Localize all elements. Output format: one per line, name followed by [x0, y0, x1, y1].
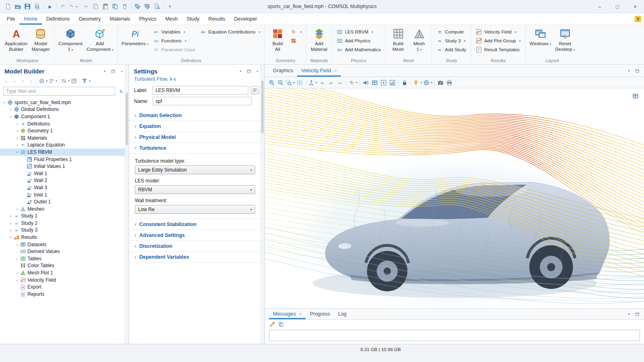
- panel-menu-button[interactable]: ▾: [101, 67, 108, 75]
- ribbon-equation-contributions-button[interactable]: ΔuEquation Contributions▾: [199, 28, 261, 36]
- menu-tab-mesh[interactable]: Mesh: [161, 13, 183, 25]
- close-tab-icon[interactable]: ×: [299, 312, 302, 316]
- ribbon-build-all-button[interactable]: Build All: [267, 26, 287, 53]
- les-model-select[interactable]: RBVM▾: [135, 185, 255, 194]
- panel-menu-button[interactable]: ▾: [625, 310, 632, 318]
- scrollbar[interactable]: [260, 65, 264, 344]
- expand-icon[interactable]: ›: [8, 228, 13, 232]
- tree-item-component-1[interactable]: ›Component 1: [0, 113, 128, 120]
- collapse-icon[interactable]: ›: [8, 114, 13, 119]
- tree-item-velocity-field[interactable]: ›Velocity Field: [0, 276, 128, 284]
- filter-button[interactable]: ▾: [81, 76, 91, 85]
- ribbon-build-mesh-button[interactable]: Build Mesh: [388, 26, 408, 53]
- tree-item-fluid-properties-1[interactable]: ›Fluid Properties 1: [0, 156, 128, 163]
- undo-button[interactable]: ↶: [58, 2, 67, 11]
- scrollbar-thumb[interactable]: [261, 81, 264, 133]
- float-button[interactable]: [245, 67, 252, 75]
- zoom-out-button[interactable]: [276, 78, 285, 87]
- tree-item-meshes[interactable]: ›Meshes: [0, 205, 128, 213]
- copy-blue-button[interactable]: [277, 320, 285, 329]
- tree-item-study-3[interactable]: ›∞Study 3: [0, 227, 128, 234]
- section-dependent-variables-header[interactable]: ›Dependent Variables: [129, 252, 264, 263]
- tree-item-results[interactable]: ›Results: [0, 234, 128, 241]
- tag-plus-button[interactable]: [143, 2, 152, 11]
- down-button[interactable]: ↓: [27, 76, 36, 85]
- preview-button[interactable]: [32, 2, 42, 11]
- tree-item-mesh-plot-1[interactable]: ›Mesh Plot 1: [0, 269, 128, 276]
- graphics-viewport[interactable]: [265, 88, 644, 308]
- expand-icon[interactable]: ›: [15, 128, 20, 133]
- node-text-button[interactable]: ▾: [48, 76, 58, 85]
- collapse-icon[interactable]: ›: [8, 235, 13, 240]
- ribbon-model-manager-button[interactable]: Model Manager: [30, 26, 51, 53]
- menu-tab-home[interactable]: Home: [19, 13, 42, 25]
- zoom-extents-button[interactable]: ▾: [285, 78, 295, 87]
- menu-tab-geometry[interactable]: Geometry: [74, 13, 105, 25]
- physics-interface-link[interactable]: Turbulent Flow, k-ε: [129, 76, 264, 82]
- view-xy-button[interactable]: xy: [318, 78, 327, 87]
- tree-item-datasets[interactable]: ›Datasets: [0, 241, 128, 248]
- tag-button[interactable]: [133, 2, 143, 11]
- tree-item-reports[interactable]: ›Reports: [0, 291, 128, 298]
- ribbon-reset-desktop-button[interactable]: ↻Reset Desktop▾: [554, 26, 577, 53]
- expand-icon[interactable]: ›: [8, 213, 13, 218]
- sound-button[interactable]: [361, 78, 370, 87]
- sort-button[interactable]: ▾: [61, 76, 70, 85]
- tree-item-wall-1[interactable]: ›Wall 1: [0, 170, 128, 177]
- ribbon-velocity-field-button[interactable]: Velocity Field▾: [474, 28, 522, 36]
- paste-button[interactable]: [101, 2, 110, 11]
- clear-pen-button[interactable]: [268, 320, 276, 329]
- ribbon-windows-button[interactable]: Windows▾: [528, 26, 553, 47]
- expand-icon[interactable]: ›: [15, 136, 20, 140]
- tree-item-laplace-equation[interactable]: ›∇²Laplace Equation: [0, 142, 128, 149]
- ribbon-result-templates-button[interactable]: Result Templates: [474, 46, 522, 53]
- ribbon-add-material-button[interactable]: Add Material: [309, 26, 329, 53]
- ribbon-add-component-button[interactable]: Add Component▾: [85, 26, 115, 53]
- ribbon-variables-button[interactable]: a=Variables▾: [152, 28, 197, 36]
- scrollbar[interactable]: [125, 65, 128, 344]
- close-tab-icon[interactable]: ×: [334, 68, 337, 73]
- tree-item-global-definitions[interactable]: ›Global Definitions: [0, 106, 128, 113]
- menu-tab-developer[interactable]: Developer: [230, 13, 262, 25]
- back-button[interactable]: ←: [2, 76, 10, 85]
- qat-menu-button[interactable]: ▾: [166, 2, 175, 11]
- duplicate-button[interactable]: [111, 2, 120, 11]
- redo-button[interactable]: ↷▾: [68, 2, 78, 11]
- maximize-button[interactable]: □: [608, 0, 626, 13]
- tree-item-derived-values[interactable]: ›8,85Derived Values: [0, 248, 128, 255]
- expand-icon[interactable]: ›: [8, 107, 13, 112]
- ribbon-add-physics-button[interactable]: Add Physics: [335, 37, 382, 44]
- ribbon-add-mathematics-button[interactable]: ΔuAdd Mathematics: [335, 46, 382, 53]
- graphics-tab-graphics[interactable]: Graphics: [269, 65, 297, 77]
- ribbon-study-3-button[interactable]: ∞Study 3▾: [435, 37, 468, 44]
- panel-menu-button[interactable]: ▾: [625, 67, 632, 74]
- ribbon-application-builder-button[interactable]: AApplication Builder: [3, 26, 29, 53]
- run-button[interactable]: ▶: [45, 2, 55, 11]
- rename-button[interactable]: [251, 86, 259, 94]
- ribbon-component-1-button[interactable]: Component 1▾: [57, 26, 84, 53]
- tree-item-geometry-1[interactable]: ›Geometry 1: [0, 127, 128, 134]
- tree-item-study-1[interactable]: ›∞Study 1: [0, 213, 128, 220]
- messages-tab-log[interactable]: Log: [334, 309, 350, 319]
- close-panel-button[interactable]: ×: [254, 67, 261, 75]
- view-zx-button[interactable]: zx: [336, 78, 344, 87]
- tree-item-tables[interactable]: ›Tables: [0, 255, 128, 262]
- section-equation-header[interactable]: ›Equation: [129, 121, 264, 132]
- zoom-box-button[interactable]: [296, 78, 304, 87]
- section-domain-selection-header[interactable]: ›Domain Selection: [129, 110, 264, 121]
- plot-tools-button[interactable]: [631, 92, 640, 100]
- graphics-tab-velocity-field[interactable]: Velocity Field×: [297, 65, 341, 77]
- update-button[interactable]: ↻▾: [348, 78, 358, 87]
- environment-button[interactable]: ▾: [423, 78, 433, 87]
- menu-tab-physics[interactable]: Physics: [134, 13, 161, 25]
- expand-icon[interactable]: ›: [8, 221, 13, 226]
- scrollbar-thumb[interactable]: [126, 93, 128, 145]
- messages-tab-messages[interactable]: Messages×: [269, 309, 306, 319]
- new-file-button[interactable]: [3, 2, 13, 11]
- name-input[interactable]: [153, 97, 252, 105]
- goto-view-button[interactable]: ▾: [308, 78, 318, 87]
- ribbon-mesh-1-button[interactable]: Mesh 1▾: [409, 26, 429, 53]
- menu-tab-materials[interactable]: Materials: [105, 13, 135, 25]
- expand-icon[interactable]: ›: [15, 207, 20, 211]
- tree-item-export[interactable]: ›Export: [0, 283, 128, 291]
